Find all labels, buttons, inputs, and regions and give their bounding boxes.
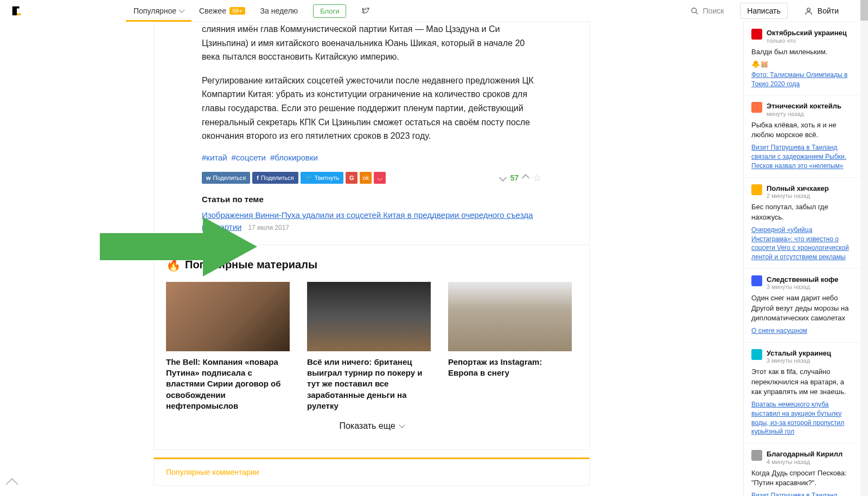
feed-body: Валди был миленьким.	[751, 47, 853, 57]
share-row: wПоделиться fПоделиться 🐦Твитнуть G ok ◡…	[202, 172, 541, 184]
feed-user-name: Благодарный Кирилл	[767, 450, 843, 459]
feed-item[interactable]: Следственный кофе3 минуты назадОдин снег…	[744, 268, 860, 342]
search-label: Поиск	[703, 7, 724, 15]
feed-item[interactable]: Усталый украинец3 минуты назадЭтот как в…	[744, 342, 860, 443]
svg-line-1	[695, 12, 698, 14]
live-feed[interactable]: Октябрьский украинецтолько чтоВалди был …	[744, 22, 860, 496]
top-nav: Популярное Свежее 99+ За неделю Блоги	[126, 0, 378, 22]
article-tags: #китай #соцсети #блокировки	[202, 153, 541, 162]
tag-link[interactable]: #соцсети	[232, 153, 266, 162]
vote-score: 57	[510, 173, 519, 182]
fresh-badge: 99+	[229, 7, 245, 15]
write-button[interactable]: Написать	[740, 3, 787, 19]
card-title: Репортаж из Instagram: Европа в снегу	[448, 357, 572, 379]
card-title: Всё или ничего: британец выиграл турнир …	[307, 357, 431, 411]
twitter-icon	[361, 7, 370, 15]
search-icon	[691, 7, 699, 15]
scrollbar-thumb[interactable]	[860, 0, 868, 21]
feed-source-link[interactable]: Вратарь немецкого клуба выставил на аукц…	[751, 400, 853, 436]
feed-item[interactable]: Октябрьский украинецтолько чтоВалди был …	[744, 22, 860, 95]
nav-blogs[interactable]: Блоги	[305, 0, 354, 22]
write-label: Написать	[747, 7, 780, 15]
nav-twitter[interactable]	[354, 0, 378, 22]
share-fb-button[interactable]: fПоделиться	[252, 172, 298, 184]
nav-popular[interactable]: Популярное	[126, 0, 192, 22]
related-title: Статьи по теме	[202, 195, 541, 204]
feed-body: Бес попутал, забыл где нахожусь.	[751, 202, 853, 222]
top-header: Популярное Свежее 99+ За неделю Блоги По…	[0, 0, 860, 22]
share-gplus-button[interactable]: G	[346, 172, 358, 184]
tag-link[interactable]: #китай	[202, 153, 227, 162]
article-paragraph: Регулирование китайских соцсетей ужесточ…	[202, 74, 541, 143]
login-label: Войти	[818, 7, 839, 15]
feed-source-link[interactable]: Фото: Талисманы Олимпиады в Токио 2020 г…	[751, 70, 853, 89]
login-button[interactable]: Войти	[804, 7, 839, 16]
feed-user-name: Полный хичхакер	[767, 184, 829, 193]
share-tw-button[interactable]: 🐦Твитнуть	[301, 172, 344, 184]
feed-time: 3 минуты назад	[767, 284, 839, 290]
chevron-down-icon	[399, 422, 405, 428]
card-thumbnail	[307, 282, 431, 351]
feed-source-link[interactable]: Визит Патрушева в Таиланд связали с заде…	[751, 143, 853, 170]
nav-blogs-label: Блоги	[313, 4, 346, 18]
site-logo[interactable]	[11, 5, 23, 17]
feed-item[interactable]: Этнический коктейльминуту назадРыбка клё…	[744, 95, 860, 177]
popular-header: 🔥 Популярные материалы	[166, 258, 577, 272]
feed-body: Рыбка клёвая, хоть я и не люблю морское …	[751, 120, 853, 140]
comments-title: Популярные комментарии	[166, 468, 259, 476]
feed-source-link[interactable]: О снеге насущном	[751, 326, 853, 336]
popular-card[interactable]: The Bell: Компания «повара Путина» подпи…	[166, 282, 290, 411]
vote-down-button[interactable]	[499, 174, 507, 182]
card-thumbnail	[448, 282, 572, 351]
flame-icon: 🔥	[166, 258, 181, 272]
feed-avatar	[751, 275, 762, 286]
feed-user-name: Следственный кофе	[767, 275, 839, 284]
card-title: The Bell: Компания «повара Путина» подпи…	[166, 357, 290, 411]
popular-card[interactable]: Всё или ничего: британец выиграл турнир …	[307, 282, 431, 411]
feed-avatar	[751, 184, 762, 195]
nav-popular-label: Популярное	[133, 7, 176, 15]
tag-link[interactable]: #блокировки	[270, 153, 318, 162]
feed-item[interactable]: Полный хичхакер2 минуты назадБес попутал…	[744, 177, 860, 268]
nav-week[interactable]: За неделю	[253, 0, 306, 22]
popular-cards: The Bell: Компания «повара Путина» подпи…	[166, 282, 577, 411]
related-date: 17 июля 2017	[248, 224, 289, 231]
vote-block: 57 ☆	[500, 172, 541, 184]
share-pocket-button[interactable]: ◡	[374, 172, 386, 184]
share-ok-button[interactable]: ok	[360, 172, 372, 184]
feed-user-name: Октябрьский украинец	[767, 29, 847, 37]
svg-point-0	[691, 8, 696, 12]
feed-avatar	[751, 349, 762, 360]
bookmark-star-icon[interactable]: ☆	[533, 172, 541, 184]
vote-up-button[interactable]	[522, 174, 529, 182]
share-vk-button[interactable]: wПоделиться	[202, 172, 250, 184]
chevron-down-icon	[178, 7, 184, 12]
scrollbar-track[interactable]	[860, 0, 868, 496]
feed-time: 4 минуты назад	[767, 459, 843, 465]
feed-source-link[interactable]: Очередной «убийца Инстаграма»: что извес…	[751, 226, 853, 262]
popular-title: Популярные материалы	[185, 259, 317, 271]
nav-week-label: За неделю	[260, 7, 298, 15]
live-sidebar: Прямой эфир Октябрьский украинецтолько ч…	[743, 0, 860, 496]
search-button[interactable]: Поиск	[691, 7, 724, 15]
article-container: слияния имён глав Коммунистической парти…	[154, 22, 590, 450]
nav-fresh-label: Свежее	[199, 7, 226, 15]
popular-card[interactable]: Репортаж из Instagram: Европа в снегу	[448, 282, 572, 411]
feed-avatar	[751, 102, 762, 113]
feed-body: Один снег нам дарит небо Другой везут де…	[751, 293, 853, 323]
feed-body: Этот как в fifa, случайно переключился н…	[751, 367, 853, 397]
article-paragraph: слияния имён глав Коммунистической парти…	[202, 22, 541, 64]
card-thumbnail	[166, 282, 290, 351]
feed-item[interactable]: Благодарный Кирилл4 минуты назадКогда Ду…	[744, 443, 860, 496]
feed-time: 2 минуты назад	[767, 192, 829, 199]
feed-user-name: Этнический коктейль	[767, 102, 841, 111]
feed-emoji: 🐥🐹	[751, 60, 853, 68]
comments-block: Популярные комментарии	[154, 458, 590, 486]
feed-user-name: Усталый украинец	[767, 349, 831, 358]
show-more-button[interactable]: Показать еще	[166, 411, 577, 436]
feed-avatar	[751, 29, 762, 40]
feed-source-link[interactable]: Визит Патрушева в Таиланд связали с заде…	[751, 491, 853, 496]
feed-time: минуту назад	[767, 111, 841, 117]
nav-fresh[interactable]: Свежее 99+	[192, 0, 253, 22]
popular-block: 🔥 Популярные материалы The Bell: Компани…	[154, 244, 589, 449]
